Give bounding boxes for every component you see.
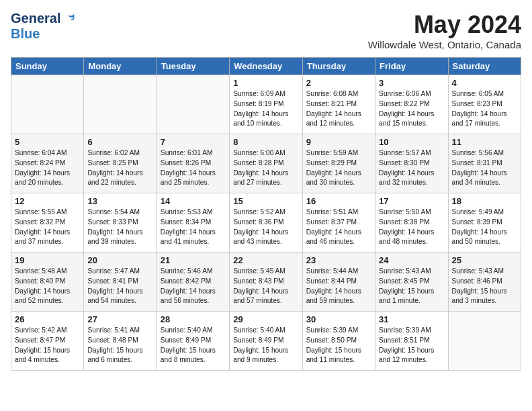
day-info: Sunrise: 6:08 AM Sunset: 8:21 PM Dayligh… (306, 89, 371, 129)
calendar-cell: 8Sunrise: 6:00 AM Sunset: 8:28 PM Daylig… (230, 134, 302, 193)
day-number: 21 (161, 255, 226, 265)
day-header-thursday: Thursday (302, 58, 375, 75)
calendar-cell: 18Sunrise: 5:49 AM Sunset: 8:39 PM Dayli… (448, 193, 521, 253)
calendar-cell: 10Sunrise: 5:57 AM Sunset: 8:30 PM Dayli… (375, 134, 448, 193)
day-info: Sunrise: 5:46 AM Sunset: 8:42 PM Dayligh… (161, 267, 226, 306)
day-info: Sunrise: 6:09 AM Sunset: 8:19 PM Dayligh… (233, 89, 298, 129)
day-info: Sunrise: 5:56 AM Sunset: 8:31 PM Dayligh… (452, 148, 517, 188)
logo: General Blue (11, 11, 75, 42)
title-area: May 2024 Willowdale West, Ontario, Canad… (368, 11, 521, 50)
calendar-cell: 11Sunrise: 5:56 AM Sunset: 8:31 PM Dayli… (448, 134, 521, 193)
calendar-week-row: 12Sunrise: 5:55 AM Sunset: 8:32 PM Dayli… (11, 193, 521, 253)
day-number: 3 (379, 78, 444, 88)
calendar-cell: 24Sunrise: 5:43 AM Sunset: 8:45 PM Dayli… (375, 253, 448, 312)
day-number: 4 (452, 78, 517, 88)
calendar-week-row: 19Sunrise: 5:48 AM Sunset: 8:40 PM Dayli… (11, 253, 521, 312)
day-info: Sunrise: 6:02 AM Sunset: 8:25 PM Dayligh… (87, 148, 152, 188)
calendar-cell: 22Sunrise: 5:45 AM Sunset: 8:43 PM Dayli… (230, 253, 302, 312)
calendar-cell: 26Sunrise: 5:42 AM Sunset: 8:47 PM Dayli… (11, 312, 84, 371)
day-number: 16 (306, 196, 371, 206)
day-info: Sunrise: 5:53 AM Sunset: 8:34 PM Dayligh… (161, 208, 226, 247)
logo-blue-text: Blue (11, 26, 40, 42)
day-header-sunday: Sunday (11, 58, 84, 75)
calendar-cell: 3Sunrise: 6:06 AM Sunset: 8:22 PM Daylig… (375, 75, 448, 134)
day-number: 17 (379, 196, 444, 206)
day-info: Sunrise: 5:45 AM Sunset: 8:43 PM Dayligh… (233, 267, 298, 306)
calendar-cell: 13Sunrise: 5:54 AM Sunset: 8:33 PM Dayli… (84, 193, 157, 253)
day-info: Sunrise: 5:48 AM Sunset: 8:40 PM Dayligh… (15, 267, 80, 306)
header: General Blue May 2024 Willowdale West, O… (11, 11, 521, 50)
day-info: Sunrise: 5:55 AM Sunset: 8:32 PM Dayligh… (15, 208, 80, 247)
calendar-cell: 7Sunrise: 6:01 AM Sunset: 8:26 PM Daylig… (157, 134, 229, 193)
day-info: Sunrise: 5:42 AM Sunset: 8:47 PM Dayligh… (15, 326, 80, 365)
day-info: Sunrise: 6:01 AM Sunset: 8:26 PM Dayligh… (161, 148, 226, 188)
day-info: Sunrise: 5:43 AM Sunset: 8:46 PM Dayligh… (452, 267, 517, 306)
day-info: Sunrise: 5:39 AM Sunset: 8:50 PM Dayligh… (306, 326, 371, 365)
calendar-cell (448, 312, 521, 371)
month-title: May 2024 (368, 11, 521, 39)
calendar-week-row: 26Sunrise: 5:42 AM Sunset: 8:47 PM Dayli… (11, 312, 521, 371)
day-info: Sunrise: 5:51 AM Sunset: 8:37 PM Dayligh… (306, 208, 371, 247)
calendar-cell: 25Sunrise: 5:43 AM Sunset: 8:46 PM Dayli… (448, 253, 521, 312)
day-number: 25 (452, 255, 517, 265)
calendar-cell: 1Sunrise: 6:09 AM Sunset: 8:19 PM Daylig… (230, 75, 302, 134)
day-info: Sunrise: 6:06 AM Sunset: 8:22 PM Dayligh… (379, 89, 444, 129)
day-number: 30 (306, 314, 371, 324)
calendar-cell: 29Sunrise: 5:40 AM Sunset: 8:49 PM Dayli… (230, 312, 302, 371)
day-header-saturday: Saturday (448, 58, 521, 75)
calendar-cell: 2Sunrise: 6:08 AM Sunset: 8:21 PM Daylig… (302, 75, 375, 134)
day-info: Sunrise: 5:57 AM Sunset: 8:30 PM Dayligh… (379, 148, 444, 188)
calendar-cell: 16Sunrise: 5:51 AM Sunset: 8:37 PM Dayli… (302, 193, 375, 253)
day-info: Sunrise: 5:49 AM Sunset: 8:39 PM Dayligh… (452, 208, 517, 247)
day-header-monday: Monday (84, 58, 157, 75)
calendar-cell: 14Sunrise: 5:53 AM Sunset: 8:34 PM Dayli… (157, 193, 229, 253)
calendar-cell: 28Sunrise: 5:40 AM Sunset: 8:49 PM Dayli… (157, 312, 229, 371)
day-info: Sunrise: 5:50 AM Sunset: 8:38 PM Dayligh… (379, 208, 444, 247)
day-info: Sunrise: 5:47 AM Sunset: 8:41 PM Dayligh… (87, 267, 152, 306)
day-info: Sunrise: 5:40 AM Sunset: 8:49 PM Dayligh… (161, 326, 226, 365)
calendar-cell (84, 75, 157, 134)
calendar-week-row: 1Sunrise: 6:09 AM Sunset: 8:19 PM Daylig… (11, 75, 521, 134)
calendar-cell (11, 75, 84, 134)
day-header-tuesday: Tuesday (157, 58, 229, 75)
calendar-header-row: SundayMondayTuesdayWednesdayThursdayFrid… (11, 58, 521, 75)
day-number: 27 (87, 314, 152, 324)
day-info: Sunrise: 5:40 AM Sunset: 8:49 PM Dayligh… (233, 326, 298, 365)
day-number: 10 (379, 137, 444, 147)
calendar-cell: 31Sunrise: 5:39 AM Sunset: 8:51 PM Dayli… (375, 312, 448, 371)
day-number: 6 (87, 137, 152, 147)
calendar-cell: 9Sunrise: 5:59 AM Sunset: 8:29 PM Daylig… (302, 134, 375, 193)
day-number: 1 (233, 78, 298, 88)
day-header-wednesday: Wednesday (230, 58, 302, 75)
calendar-cell: 4Sunrise: 6:05 AM Sunset: 8:23 PM Daylig… (448, 75, 521, 134)
calendar-cell: 6Sunrise: 6:02 AM Sunset: 8:25 PM Daylig… (84, 134, 157, 193)
calendar-cell: 19Sunrise: 5:48 AM Sunset: 8:40 PM Dayli… (11, 253, 84, 312)
day-number: 15 (233, 196, 298, 206)
day-number: 12 (15, 196, 80, 206)
day-number: 18 (452, 196, 517, 206)
day-number: 22 (233, 255, 298, 265)
calendar-cell: 20Sunrise: 5:47 AM Sunset: 8:41 PM Dayli… (84, 253, 157, 312)
day-number: 29 (233, 314, 298, 324)
day-info: Sunrise: 5:52 AM Sunset: 8:36 PM Dayligh… (233, 208, 298, 247)
calendar-cell: 27Sunrise: 5:41 AM Sunset: 8:48 PM Dayli… (84, 312, 157, 371)
logo-bird-icon (63, 13, 75, 25)
location-title: Willowdale West, Ontario, Canada (368, 39, 521, 50)
calendar-cell: 21Sunrise: 5:46 AM Sunset: 8:42 PM Dayli… (157, 253, 229, 312)
day-info: Sunrise: 5:59 AM Sunset: 8:29 PM Dayligh… (306, 148, 371, 188)
day-header-friday: Friday (375, 58, 448, 75)
day-number: 24 (379, 255, 444, 265)
calendar-table: SundayMondayTuesdayWednesdayThursdayFrid… (11, 57, 521, 371)
day-number: 13 (87, 196, 152, 206)
calendar-cell: 17Sunrise: 5:50 AM Sunset: 8:38 PM Dayli… (375, 193, 448, 253)
calendar-week-row: 5Sunrise: 6:04 AM Sunset: 8:24 PM Daylig… (11, 134, 521, 193)
day-info: Sunrise: 6:04 AM Sunset: 8:24 PM Dayligh… (15, 148, 80, 188)
day-number: 7 (161, 137, 226, 147)
day-number: 9 (306, 137, 371, 147)
day-number: 31 (379, 314, 444, 324)
day-number: 5 (15, 137, 80, 147)
calendar-cell: 15Sunrise: 5:52 AM Sunset: 8:36 PM Dayli… (230, 193, 302, 253)
day-number: 14 (161, 196, 226, 206)
day-info: Sunrise: 5:54 AM Sunset: 8:33 PM Dayligh… (87, 208, 152, 247)
day-number: 2 (306, 78, 371, 88)
